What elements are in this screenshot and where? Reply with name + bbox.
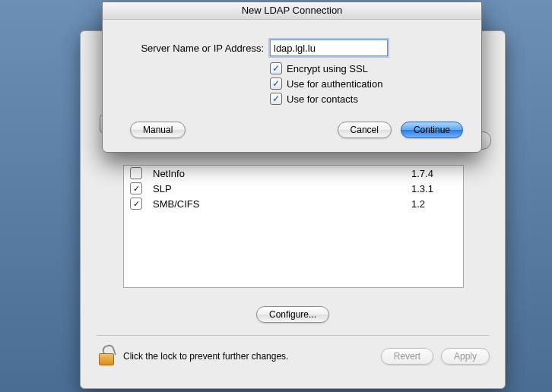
- server-address-input[interactable]: [270, 40, 388, 56]
- table-row[interactable]: NetInfo 1.7.4: [124, 166, 463, 181]
- separator: [96, 335, 490, 336]
- lock-help-text: Click the lock to prevent further change…: [123, 351, 381, 362]
- service-checkbox[interactable]: [130, 167, 142, 179]
- services-table: NetInfo 1.7.4 ✓ SLP 1.3.1 ✓ SMB/CIFS 1.2: [123, 165, 464, 288]
- service-name: SLP: [153, 183, 411, 194]
- revert-button[interactable]: Revert: [381, 348, 433, 365]
- encrypt-ssl-label: Encrypt using SSL: [287, 63, 368, 74]
- continue-button[interactable]: Continue: [401, 122, 463, 138]
- encrypt-ssl-row[interactable]: ✓ Encrypt using SSL: [270, 61, 463, 76]
- manual-button[interactable]: Manual: [130, 122, 186, 138]
- revert-button-label: Revert: [394, 351, 420, 362]
- use-contacts-row[interactable]: ✓ Use for contacts: [270, 91, 463, 106]
- apply-button-label: Apply: [454, 351, 477, 362]
- window-footer: Click the lock to prevent further change…: [96, 346, 490, 367]
- lock-icon[interactable]: [96, 346, 117, 367]
- sheet-title: New LDAP Connection: [103, 2, 481, 20]
- use-authentication-checkbox[interactable]: ✓: [270, 77, 282, 90]
- new-ldap-connection-sheet: New LDAP Connection Server Name or IP Ad…: [102, 2, 482, 153]
- manual-button-label: Manual: [143, 125, 173, 135]
- use-contacts-checkbox[interactable]: ✓: [270, 93, 282, 105]
- encrypt-ssl-checkbox[interactable]: ✓: [270, 62, 282, 74]
- server-address-label: Server Name or IP Address:: [121, 43, 270, 54]
- service-name: NetInfo: [153, 168, 411, 179]
- table-row[interactable]: ✓ SLP 1.3.1: [124, 181, 463, 196]
- service-checkbox[interactable]: ✓: [130, 182, 142, 194]
- service-checkbox[interactable]: ✓: [130, 198, 142, 210]
- use-authentication-label: Use for authentication: [287, 78, 382, 90]
- table-row[interactable]: ✓ SMB/CIFS 1.2: [124, 196, 463, 211]
- cancel-button-label: Cancel: [351, 125, 379, 135]
- service-version: 1.2: [411, 198, 457, 210]
- configure-button[interactable]: Configure...: [256, 306, 329, 323]
- service-version: 1.7.4: [411, 168, 457, 179]
- use-auth-row[interactable]: ✓ Use for authentication: [270, 76, 463, 91]
- cancel-button[interactable]: Cancel: [338, 122, 392, 138]
- configure-button-label: Configure...: [269, 309, 316, 320]
- use-contacts-label: Use for contacts: [287, 93, 358, 105]
- apply-button[interactable]: Apply: [441, 348, 490, 365]
- service-version: 1.3.1: [411, 183, 457, 194]
- service-name: SMB/CIFS: [153, 198, 411, 210]
- continue-button-label: Continue: [414, 125, 450, 135]
